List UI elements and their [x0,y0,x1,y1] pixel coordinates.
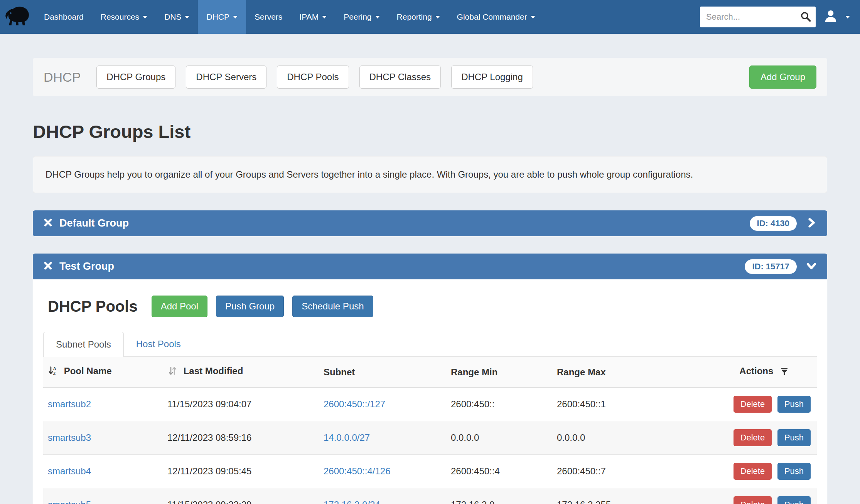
group-id-badge: ID: 4130 [750,216,797,231]
pools-title: DHCP Pools [48,298,138,315]
dhcp-classes-button[interactable]: DHCP Classes [359,66,441,89]
filter-icon[interactable] [777,368,789,378]
push-button[interactable]: Push [777,496,811,504]
chevron-down-icon[interactable] [806,260,817,273]
group-header-test[interactable]: Test Group ID: 15717 [33,254,827,279]
push-button[interactable]: Push [777,463,811,480]
pools-tabs: Subnet Pools Host Pools [43,332,817,357]
last-modified-cell: 11/15/2023 09:33:29 [163,488,319,504]
schedule-push-button[interactable]: Schedule Push [292,296,373,317]
group-body-test: DHCP Pools Add Pool Push Group Schedule … [33,279,827,504]
col-header-range-min[interactable]: Range Min [446,357,552,388]
nav-item-resources[interactable]: Resources [92,0,156,34]
sort-updown-icon[interactable] [167,368,180,378]
nav-item-dhcp[interactable]: DHCP [198,0,246,34]
range-max-cell: 0.0.0.0 [552,421,701,455]
add-pool-button[interactable]: Add Pool [152,296,207,317]
user-menu[interactable] [823,9,850,25]
main-menu: Dashboard Resources DNS DHCP Servers IPA… [35,0,544,34]
delete-button[interactable]: Delete [734,463,772,480]
nav-item-dns[interactable]: DNS [156,0,198,34]
range-min-cell: 2600:450:: [446,388,552,421]
nav-label: Dashboard [44,12,84,22]
tab-subnet-pools[interactable]: Subnet Pools [43,332,124,357]
dhcp-logging-button[interactable]: DHCP Logging [451,66,533,89]
col-header-subnet[interactable]: Subnet [319,357,446,388]
range-max-cell: 2600:450::1 [552,388,701,421]
group-test: Test Group ID: 15717 DHCP Pools Add Pool… [33,254,827,504]
table-row: smartsub5 11/15/2023 09:33:29 172.16.3.0… [43,488,817,504]
range-max-cell: 172.16.3.255 [552,488,701,504]
search-icon [800,11,811,24]
table-row: smartsub3 12/11/2023 08:59:16 14.0.0.0/2… [43,421,817,455]
col-header-pool-name[interactable]: A Z Pool Name [43,357,163,388]
chevron-right-icon[interactable] [806,217,817,230]
nav-item-reporting[interactable]: Reporting [388,0,449,34]
nav-label: Global Commander [457,12,527,22]
nav-item-servers[interactable]: Servers [246,0,291,34]
subnet-link[interactable]: 172.16.3.0/24 [324,499,380,504]
col-label: Range Min [451,367,497,377]
pool-name-link[interactable]: smartsub4 [48,466,91,476]
col-label: Subnet [324,367,355,377]
dhcp-groups-button[interactable]: DHCP Groups [96,66,175,89]
nav-item-ipam[interactable]: IPAM [291,0,335,34]
dhcp-subnav: DHCP DHCP Groups DHCP Servers DHCP Pools… [33,58,827,96]
top-navbar: Dashboard Resources DNS DHCP Servers IPA… [0,0,860,34]
pool-name-link[interactable]: smartsub2 [48,399,91,409]
caret-down-icon [435,16,440,18]
group-default: Default Group ID: 4130 [33,210,827,236]
group-name: Default Group [59,217,129,229]
col-header-range-max[interactable]: Range Max [552,357,701,388]
tab-host-pools[interactable]: Host Pools [124,332,193,356]
nav-item-global-commander[interactable]: Global Commander [449,0,544,34]
table-header-row: A Z Pool Name Last Modif [43,357,817,388]
pools-header: DHCP Pools Add Pool Push Group Schedule … [48,296,817,317]
mammoth-logo-icon [3,4,32,30]
dhcp-pools-button[interactable]: DHCP Pools [277,66,349,89]
nav-item-dashboard[interactable]: Dashboard [35,0,92,34]
caret-down-icon [322,16,327,18]
add-group-button[interactable]: Add Group [749,66,816,89]
col-label: Range Max [557,367,606,377]
subnet-link[interactable]: 2600:450::4/126 [324,466,391,476]
range-max-cell: 2600:450::7 [552,455,701,488]
nav-label: IPAM [299,12,319,22]
range-min-cell: 0.0.0.0 [446,421,552,455]
last-modified-cell: 12/11/2023 09:05:45 [163,455,319,488]
remove-group-icon[interactable] [43,261,53,272]
push-button[interactable]: Push [777,396,811,413]
group-header-default[interactable]: Default Group ID: 4130 [33,210,827,236]
pool-name-link[interactable]: smartsub3 [48,432,91,443]
pool-name-link[interactable]: smartsub5 [48,499,91,504]
push-button[interactable]: Push [777,429,811,446]
svg-text:Z: Z [53,371,56,376]
nav-item-peering[interactable]: Peering [335,0,388,34]
group-id-badge: ID: 15717 [745,259,797,274]
last-modified-cell: 11/15/2023 09:04:07 [163,388,319,421]
delete-button[interactable]: Delete [734,396,772,413]
remove-group-icon[interactable] [43,218,53,229]
caret-down-icon [143,16,147,18]
delete-button[interactable]: Delete [734,496,772,504]
group-name: Test Group [59,260,114,272]
search-box [700,7,816,27]
search-button[interactable] [795,7,816,27]
dhcp-servers-button[interactable]: DHCP Servers [186,66,266,89]
caret-down-icon [375,16,380,18]
navbar-right [700,0,860,34]
col-label: Last Modified [184,366,243,376]
subnet-link[interactable]: 14.0.0.0/27 [324,432,370,443]
delete-button[interactable]: Delete [734,429,772,446]
search-input[interactable] [700,7,795,27]
range-min-cell: 172.16.3.0 [446,488,552,504]
nav-label: DNS [164,12,181,22]
brand-logo[interactable] [0,0,35,34]
sort-alpha-asc-icon[interactable]: A Z [48,368,61,378]
nav-label: Resources [101,12,139,22]
col-header-last-modified[interactable]: Last Modified [163,357,319,388]
svg-text:A: A [53,366,56,371]
subnet-link[interactable]: 2600:450::/127 [324,399,385,409]
push-group-button[interactable]: Push Group [216,296,284,317]
subnav-title: DHCP [44,70,81,85]
